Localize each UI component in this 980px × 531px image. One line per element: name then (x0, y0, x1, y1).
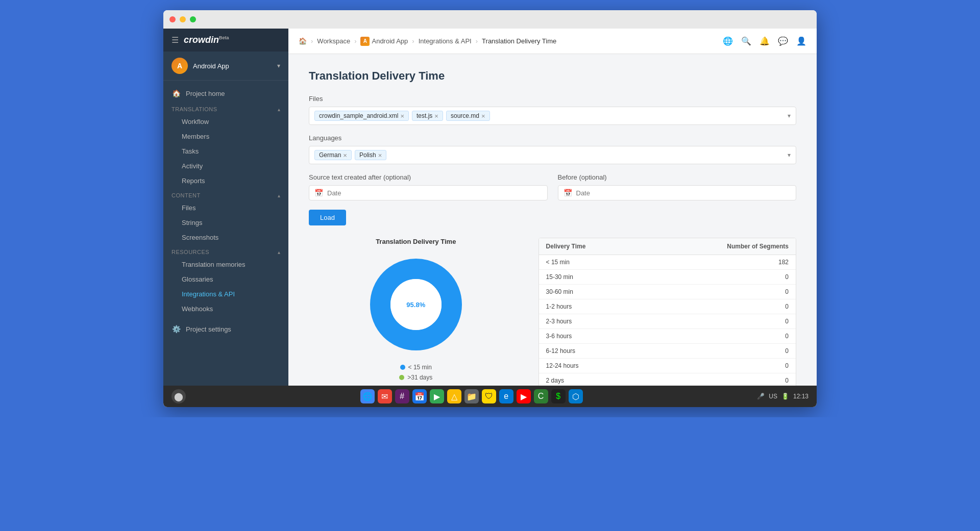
breadcrumb-android-app[interactable]: Android App (372, 37, 408, 45)
chevron-down-icon[interactable]: ▾ (788, 112, 791, 119)
home-icon: 🏠 (172, 89, 181, 97)
chevron-down-icon[interactable]: ▾ (788, 151, 791, 159)
sidebar-item-glossaries[interactable]: Glossaries (163, 272, 288, 287)
source-text-label: Source text created after (optional) (309, 173, 548, 181)
sidebar-item-screenshots[interactable]: Screenshots (163, 230, 288, 245)
file-tag-2: test.js × (412, 111, 443, 121)
language-tag-polish: Polish × (355, 150, 386, 160)
taskbar-slack-icon[interactable]: # (395, 389, 409, 403)
sidebar-section-content[interactable]: Content ▴ (163, 188, 288, 200)
legend-item-1: < 15 min (400, 364, 432, 371)
taskbar-chrome-icon[interactable]: 🌐 (360, 389, 375, 403)
chat-icon[interactable]: 💬 (778, 36, 788, 46)
sidebar-header: ☰ crowdinBeta (163, 29, 288, 52)
table-cell-count: 0 (646, 329, 796, 344)
maximize-button[interactable] (190, 16, 196, 22)
donut-chart: 95.8% (365, 254, 467, 356)
sidebar-item-webhooks[interactable]: Webhooks (163, 301, 288, 316)
table-cell-count: 0 (646, 373, 796, 386)
table-row: 12-24 hours 0 (539, 359, 796, 373)
legend-color-1 (400, 365, 405, 370)
mic-icon: 🎤 (757, 393, 765, 400)
files-section: Files crowdin_sample_android.xml × test.… (309, 95, 796, 125)
table-row: 6-12 hours 0 (539, 344, 796, 359)
taskbar-youtube-icon[interactable]: ▶ (517, 389, 531, 403)
close-button[interactable] (169, 16, 176, 22)
taskbar-gmail-icon[interactable]: ✉ (378, 389, 392, 403)
before-label: Before (optional) (558, 173, 797, 181)
sidebar-item-tasks[interactable]: Tasks (163, 144, 288, 159)
table-cell-count: 0 (646, 359, 796, 373)
sidebar-project[interactable]: A Android App ▾ (163, 52, 288, 81)
table-cell-period: 15-30 min (539, 270, 646, 285)
top-bar-actions: 🌐 🔍 🔔 💬 👤 (723, 36, 806, 46)
search-icon[interactable]: 🔍 (741, 36, 751, 46)
table-cell-period: 1-2 hours (539, 299, 646, 314)
globe-icon[interactable]: 🌐 (723, 36, 733, 46)
taskbar-crowdin-icon[interactable]: C (534, 389, 548, 403)
minimize-button[interactable] (180, 16, 186, 22)
remove-tag-icon[interactable]: × (378, 152, 382, 159)
user-avatar[interactable]: 👤 (796, 36, 806, 46)
taskbar-home-icon[interactable]: ⬤ (172, 389, 186, 403)
taskbar: ⬤ 🌐 ✉ # 📅 ▶ △ 📁 🛡 e ▶ C $ ⬡ 🎤 US 🔋 12:13 (163, 386, 817, 407)
sidebar-item-project-settings[interactable]: ⚙️ Project settings (163, 320, 288, 338)
sidebar-section-translations[interactable]: Translations ▴ (163, 102, 288, 114)
chart-title: Translation Delivery Time (309, 238, 523, 245)
taskbar-norton-icon[interactable]: 🛡 (482, 389, 496, 403)
breadcrumb-workspace[interactable]: Workspace (317, 37, 350, 45)
taskbar-right: 🎤 US 🔋 12:13 (757, 393, 808, 400)
sidebar-section-resources[interactable]: Resources ▴ (163, 245, 288, 257)
remove-tag-icon[interactable]: × (481, 113, 485, 119)
breadcrumb-home[interactable]: 🏠 (299, 37, 307, 45)
sidebar-item-project-home[interactable]: 🏠 Project home (163, 85, 288, 102)
table-cell-period: < 15 min (539, 255, 646, 270)
hamburger-icon[interactable]: ☰ (172, 35, 179, 45)
load-button[interactable]: Load (309, 210, 346, 225)
breadcrumb-integrations[interactable]: Integrations & API (419, 37, 472, 45)
remove-tag-icon[interactable]: × (343, 152, 347, 159)
sidebar-item-members[interactable]: Members (163, 129, 288, 144)
table-cell-period: 6-12 hours (539, 344, 646, 359)
taskbar-files-icon[interactable]: 📁 (464, 389, 479, 403)
taskbar-meet-icon[interactable]: ▶ (430, 389, 444, 403)
sidebar-item-strings[interactable]: Strings (163, 215, 288, 230)
chart-center-label: 95.8% (406, 301, 425, 309)
table-row: 15-30 min 0 (539, 270, 796, 285)
chevron-down-icon: ▾ (277, 62, 280, 69)
sidebar-item-translation-memories[interactable]: Translation memories (163, 257, 288, 272)
before-date-input[interactable] (576, 189, 791, 197)
notifications-icon[interactable]: 🔔 (760, 36, 770, 46)
taskbar-edge-icon[interactable]: e (499, 389, 513, 403)
table-cell-period: 2 days (539, 373, 646, 386)
sidebar-item-integrations-api[interactable]: Integrations & API (163, 287, 288, 301)
source-date-input[interactable] (327, 189, 542, 197)
taskbar-center: 🌐 ✉ # 📅 ▶ △ 📁 🛡 e ▶ C $ ⬡ (190, 389, 753, 403)
sidebar-item-reports[interactable]: Reports (163, 173, 288, 188)
sidebar-item-activity[interactable]: Activity (163, 159, 288, 173)
page-body: Translation Delivery Time Files crowdin_… (288, 54, 817, 386)
taskbar-drive-icon[interactable]: △ (447, 389, 461, 403)
sidebar-item-files[interactable]: Files (163, 200, 288, 215)
project-icon: A (360, 37, 370, 46)
taskbar-vscode-icon[interactable]: ⬡ (569, 389, 583, 403)
languages-input[interactable]: German × Polish × ▾ (309, 146, 796, 164)
gear-icon: ⚙️ (172, 325, 181, 333)
table-row: 2-3 hours 0 (539, 314, 796, 329)
chevron-up-icon: ▴ (278, 107, 281, 112)
sidebar-nav: 🏠 Project home Translations ▴ Workflow M… (163, 81, 288, 386)
files-input[interactable]: crowdin_sample_android.xml × test.js × s… (309, 107, 796, 125)
sidebar-item-workflow[interactable]: Workflow (163, 114, 288, 129)
top-bar: 🏠 › Workspace › A Android App › Integrat… (288, 29, 817, 54)
data-table-container: Delivery Time Number of Segments < 15 mi… (538, 238, 796, 386)
chevron-up-icon: ▴ (278, 193, 281, 198)
file-tag-1: crowdin_sample_android.xml × (314, 111, 409, 121)
main-content: 🏠 › Workspace › A Android App › Integrat… (288, 29, 817, 386)
remove-tag-icon[interactable]: × (400, 113, 404, 119)
date-filters: Source text created after (optional) 📅 B… (309, 173, 796, 200)
calendar-icon: 📅 (314, 189, 323, 197)
taskbar-terminal-icon[interactable]: $ (551, 389, 566, 403)
remove-tag-icon[interactable]: × (434, 113, 438, 119)
before-date: Before (optional) 📅 (558, 173, 797, 200)
taskbar-calendar-icon[interactable]: 📅 (412, 389, 427, 403)
